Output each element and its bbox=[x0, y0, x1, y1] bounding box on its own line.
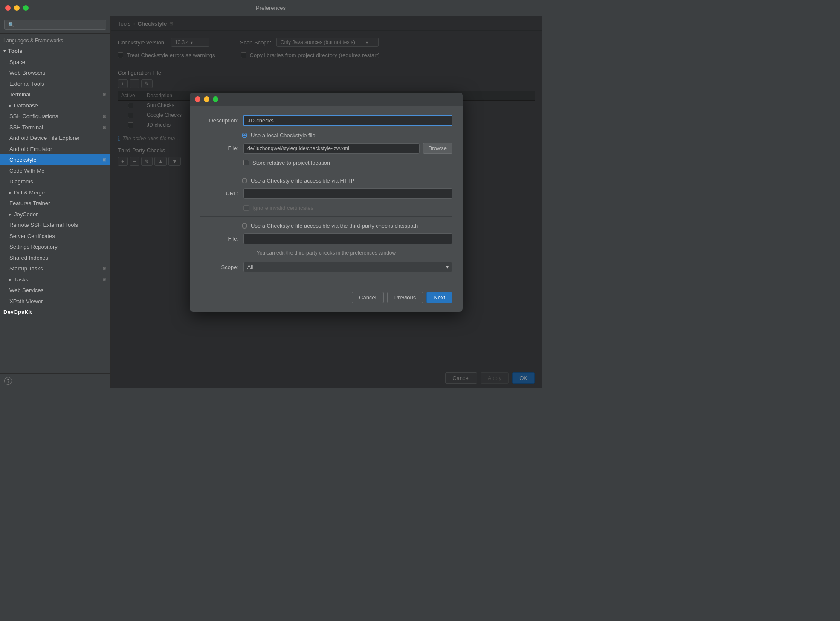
sidebar-item-tools[interactable]: ▾ Tools bbox=[0, 46, 110, 57]
window-controls bbox=[5, 5, 29, 11]
sidebar-item-diff-merge[interactable]: ▸ Diff & Merge bbox=[0, 187, 110, 198]
sidebar-footer: ? bbox=[0, 373, 110, 388]
sidebar-item-web-services[interactable]: Web Services bbox=[0, 285, 110, 296]
file-label: File: bbox=[200, 145, 238, 151]
sidebar-item-android-device-file-explorer[interactable]: Android Device File Explorer bbox=[0, 133, 110, 144]
classpath-file-input[interactable] bbox=[243, 233, 452, 244]
ignore-certs-row: Ignore invalid certificates bbox=[243, 205, 452, 211]
use-classpath-radio[interactable] bbox=[242, 223, 247, 229]
modal-next-button[interactable]: Next bbox=[426, 292, 452, 303]
sidebar-item-tasks[interactable]: ▸ Tasks ⊞ bbox=[0, 274, 110, 285]
url-input[interactable] bbox=[243, 188, 452, 199]
scope-label: Scope: bbox=[200, 264, 238, 270]
modal-content: Description: Use a local Checkstyle file… bbox=[190, 106, 463, 287]
sidebar-item-database[interactable]: ▸ Database bbox=[0, 100, 110, 111]
divider1 bbox=[200, 171, 452, 171]
divider2 bbox=[200, 216, 452, 217]
modal-close-button[interactable] bbox=[195, 96, 200, 102]
use-local-radio[interactable] bbox=[242, 133, 247, 138]
sidebar-item-ssh-configurations[interactable]: SSH Configurations ⊞ bbox=[0, 111, 110, 122]
maximize-button[interactable] bbox=[23, 5, 29, 11]
sidebar-item-devopskit[interactable]: DevOpsKit bbox=[0, 307, 110, 318]
url-label: URL: bbox=[200, 190, 238, 197]
scope-value: All bbox=[247, 264, 253, 270]
classpath-file-label: File: bbox=[200, 235, 238, 242]
edit-hint: You can edit the third-party checks in t… bbox=[200, 250, 452, 256]
sidebar-item-code-with-me[interactable]: Code With Me bbox=[0, 165, 110, 177]
sidebar-item-joycoder[interactable]: ▸ JoyCoder bbox=[0, 209, 110, 220]
scope-dropdown[interactable]: All ▾ bbox=[243, 262, 452, 272]
minimize-button[interactable] bbox=[14, 5, 20, 11]
use-local-label: Use a local Checkstyle file bbox=[251, 132, 316, 139]
sidebar-item-server-certificates[interactable]: Server Certificates bbox=[0, 231, 110, 242]
sidebar-item-diagrams[interactable]: Diagrams bbox=[0, 176, 110, 187]
chevron-right-icon: ▸ bbox=[9, 211, 12, 218]
modal-max-button[interactable] bbox=[213, 96, 218, 102]
use-http-radio-row: Use a Checkstyle file accessible via HTT… bbox=[200, 177, 452, 184]
main-layout: Languages & Frameworks ▾ Tools Space Web… bbox=[0, 16, 542, 388]
ignore-certs-label: Ignore invalid certificates bbox=[252, 205, 313, 211]
sidebar-item-startup-tasks[interactable]: Startup Tasks ⊞ bbox=[0, 263, 110, 274]
sidebar-item-space[interactable]: Space bbox=[0, 57, 110, 68]
pin-icon: ⊞ bbox=[103, 157, 106, 163]
sidebar-item-external-tools[interactable]: External Tools bbox=[0, 78, 110, 90]
sidebar-item-remote-ssh-external-tools[interactable]: Remote SSH External Tools bbox=[0, 220, 110, 231]
description-label: Description: bbox=[200, 117, 238, 124]
window-title: Preferences bbox=[256, 5, 286, 11]
title-bar: Preferences bbox=[0, 0, 542, 16]
url-row: URL: bbox=[200, 188, 452, 199]
help-button[interactable]: ? bbox=[4, 377, 12, 385]
use-classpath-label: Use a Checkstyle file accessible via the… bbox=[251, 223, 418, 229]
chevron-right-icon: ▸ bbox=[9, 276, 12, 283]
modal-dialog: Description: Use a local Checkstyle file… bbox=[190, 93, 463, 312]
modal-min-button[interactable] bbox=[204, 96, 209, 102]
sidebar-item-xpath-viewer[interactable]: XPath Viewer bbox=[0, 296, 110, 307]
chevron-right-icon: ▸ bbox=[9, 189, 12, 196]
sidebar-item-features-trainer[interactable]: Features Trainer bbox=[0, 198, 110, 209]
ignore-certs-checkbox[interactable] bbox=[243, 205, 249, 211]
sidebar: Languages & Frameworks ▾ Tools Space Web… bbox=[0, 16, 111, 388]
sidebar-list: Languages & Frameworks ▾ Tools Space Web… bbox=[0, 34, 110, 373]
chevron-right-icon: ▸ bbox=[9, 102, 12, 109]
pin-icon: ⊞ bbox=[103, 91, 106, 98]
description-row: Description: bbox=[200, 115, 452, 126]
chevron-down-icon: ▾ bbox=[446, 264, 449, 270]
pin-icon: ⊞ bbox=[103, 265, 106, 272]
file-input[interactable] bbox=[243, 143, 420, 154]
close-button[interactable] bbox=[5, 5, 11, 11]
search-box bbox=[0, 16, 110, 34]
use-http-label: Use a Checkstyle file accessible via HTT… bbox=[251, 177, 354, 184]
sidebar-item-languages-frameworks[interactable]: Languages & Frameworks bbox=[0, 35, 110, 46]
scope-row: Scope: All ▾ bbox=[200, 262, 452, 272]
pin-icon: ⊞ bbox=[103, 113, 106, 119]
modal-previous-button[interactable]: Previous bbox=[387, 292, 423, 303]
browse-button[interactable]: Browse bbox=[423, 143, 452, 154]
use-local-radio-row: Use a local Checkstyle file bbox=[200, 132, 452, 139]
search-input[interactable] bbox=[4, 20, 106, 30]
store-relative-row: Store relative to project location bbox=[243, 160, 452, 166]
sidebar-item-shared-indexes[interactable]: Shared Indexes bbox=[0, 252, 110, 264]
pin-icon: ⊞ bbox=[103, 276, 106, 283]
sidebar-item-terminal[interactable]: Terminal ⊞ bbox=[0, 89, 110, 100]
classpath-file-row: File: bbox=[200, 233, 452, 244]
modal-cancel-button[interactable]: Cancel bbox=[352, 292, 383, 303]
modal-bottom: Cancel Previous Next bbox=[190, 287, 463, 312]
sidebar-item-checkstyle[interactable]: Checkstyle ⊞ bbox=[0, 154, 110, 165]
sidebar-item-ssh-terminal[interactable]: SSH Terminal ⊞ bbox=[0, 122, 110, 133]
modal-titlebar bbox=[190, 93, 463, 106]
modal-overlay: Description: Use a local Checkstyle file… bbox=[111, 16, 542, 388]
store-relative-label: Store relative to project location bbox=[252, 160, 330, 166]
use-http-radio[interactable] bbox=[242, 178, 247, 183]
pin-icon: ⊞ bbox=[103, 124, 106, 131]
chevron-down-icon: ▾ bbox=[3, 48, 6, 54]
sidebar-item-web-browsers[interactable]: Web Browsers bbox=[0, 67, 110, 78]
file-row: File: Browse bbox=[200, 143, 452, 154]
description-input[interactable] bbox=[243, 115, 452, 126]
content-area: Tools › Checkstyle ⊞ Checkstyle version:… bbox=[111, 16, 542, 388]
store-relative-checkbox[interactable] bbox=[243, 160, 249, 165]
sidebar-item-android-emulator[interactable]: Android Emulator bbox=[0, 144, 110, 155]
use-classpath-radio-row: Use a Checkstyle file accessible via the… bbox=[200, 223, 452, 229]
sidebar-item-settings-repository[interactable]: Settings Repository bbox=[0, 241, 110, 252]
